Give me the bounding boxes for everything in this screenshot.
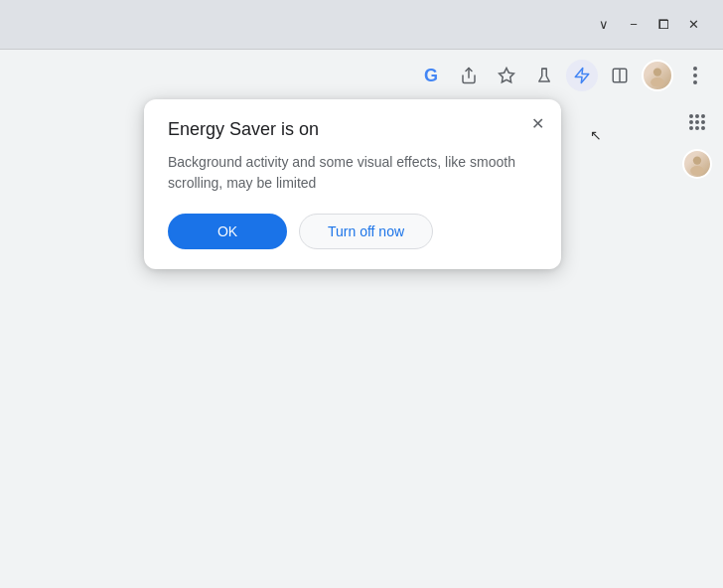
side-avatar-image — [686, 153, 708, 175]
minimize-icon: − — [630, 17, 638, 32]
ok-button[interactable]: OK — [168, 214, 287, 249]
lab-icon — [535, 67, 553, 84]
popup-title: Energy Saver is on — [168, 119, 537, 140]
close-button[interactable]: ✕ — [679, 11, 707, 39]
chevron-button[interactable]: ∨ — [590, 11, 618, 39]
turn-off-button[interactable]: Turn off now — [299, 214, 433, 249]
google-button[interactable]: G — [415, 60, 447, 91]
three-dots-icon — [693, 67, 697, 84]
popup-buttons: OK Turn off now — [168, 214, 537, 249]
window-controls: ∨ − ⧠ ✕ — [590, 11, 707, 39]
energy-saver-icon — [573, 67, 591, 84]
apps-grid-button[interactable] — [679, 104, 715, 140]
popup-close-button[interactable]: ✕ — [525, 111, 549, 135]
svg-point-8 — [690, 166, 704, 175]
side-avatar — [682, 149, 712, 179]
svg-point-5 — [653, 68, 661, 75]
svg-point-7 — [693, 156, 701, 164]
avatar-image — [647, 65, 668, 86]
bookmark-button[interactable] — [491, 60, 522, 91]
google-icon: G — [424, 66, 438, 86]
profile-button[interactable] — [642, 60, 673, 91]
browser-toolbar: G ↖ — [0, 50, 723, 101]
share-button[interactable] — [453, 60, 485, 91]
maximize-icon: ⧠ — [657, 17, 670, 32]
lab-button[interactable] — [528, 60, 560, 91]
title-bar: ∨ − ⧠ ✕ — [0, 0, 723, 50]
svg-marker-1 — [500, 69, 514, 82]
popup-close-icon: ✕ — [531, 114, 544, 133]
split-view-button[interactable] — [604, 60, 636, 91]
side-profile-button[interactable] — [679, 146, 715, 182]
split-view-icon — [611, 67, 629, 84]
chevron-down-icon: ∨ — [599, 17, 609, 32]
more-menu-button[interactable] — [679, 60, 711, 91]
side-panel — [679, 104, 715, 182]
bookmark-icon — [498, 67, 515, 84]
popup-body: Background activity and some visual effe… — [168, 152, 537, 194]
svg-point-6 — [651, 77, 664, 86]
apps-grid-icon — [689, 114, 705, 130]
maximize-button[interactable]: ⧠ — [650, 11, 677, 39]
close-icon: ✕ — [688, 17, 699, 32]
energy-saver-button[interactable]: ↖ — [566, 60, 598, 91]
minimize-button[interactable]: − — [620, 11, 648, 39]
avatar — [642, 60, 673, 91]
energy-saver-popup: ✕ Energy Saver is on Background activity… — [144, 99, 561, 269]
share-icon — [460, 67, 478, 84]
